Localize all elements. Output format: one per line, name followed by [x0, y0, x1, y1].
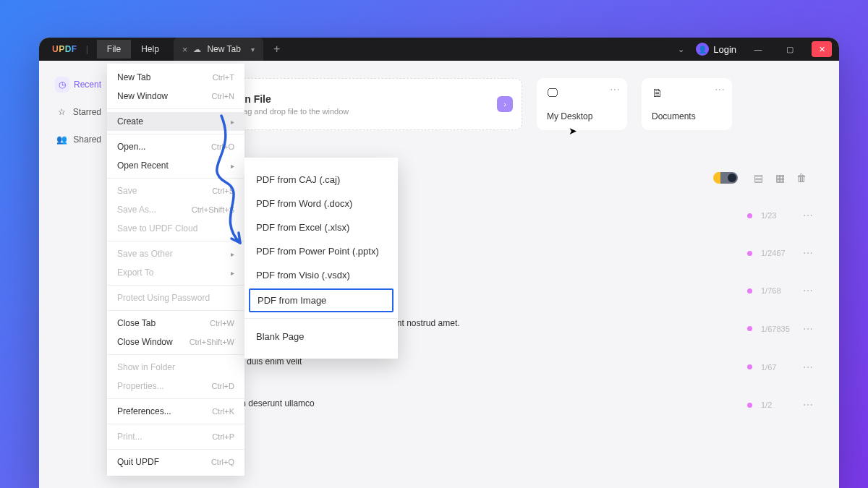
file-title: Amet minim mollit non deserunt ullamco [161, 398, 747, 408]
menu-save-other: Save as Other▸ [107, 244, 244, 263]
more-icon[interactable]: ⋯ [803, 285, 813, 296]
menu-show-folder: Show in Folder [107, 358, 244, 377]
create-blank-page[interactable]: Blank Page [244, 325, 398, 348]
file-date: 10/6/13 [161, 369, 747, 377]
grid-view-icon[interactable]: ▦ [771, 169, 788, 187]
sidebar-item-label: Starred [73, 107, 101, 117]
menu-close-tab[interactable]: Close TabCtrl+W [107, 314, 244, 333]
cloud-icon: ☁ [193, 45, 201, 54]
avatar-icon: 👤 [696, 43, 709, 56]
file-size: 1/67835 [761, 325, 797, 333]
login-button[interactable]: 👤 Login [696, 43, 736, 56]
cursor-icon: ➤ [569, 125, 577, 137]
status-dot-icon [747, 326, 752, 331]
more-icon[interactable]: ⋯ [803, 323, 813, 335]
file-size: 1/768 [761, 286, 797, 295]
menu-new-window[interactable]: New WindowCtrl+N [107, 87, 244, 106]
menu-preferences[interactable]: Preferences...Ctrl+K [107, 402, 244, 421]
status-dot-icon [747, 251, 752, 256]
menu-help[interactable]: Help [131, 40, 169, 59]
titlebar: UPDF | File Help × ☁ New Tab ▾ + ⌄ 👤 Log… [39, 38, 839, 61]
location-label: Documents [652, 111, 722, 121]
menu-protect: Protect Using Password [107, 288, 244, 307]
sidebar-item-recent[interactable]: ◷ Recent [39, 71, 111, 98]
more-icon[interactable]: ⋯ [803, 361, 813, 373]
open-file-card[interactable]: Open File Or drag and drop file to the w… [211, 78, 522, 130]
app-logo: UPDF [52, 44, 77, 54]
status-dot-icon [747, 288, 752, 294]
menu-print: Print...Ctrl+P [107, 427, 244, 446]
file-size: 1/23 [761, 211, 797, 220]
sidebar: ◷ Recent ☆ Starred 👥 Shared [39, 61, 111, 488]
star-icon: ☆ [55, 104, 69, 120]
create-from-ppt[interactable]: PDF from Power Point (.pptx) [244, 239, 398, 263]
theme-toggle[interactable] [713, 172, 738, 184]
more-icon[interactable]: ⋯ [803, 210, 813, 221]
menu-export: Export To▸ [107, 263, 244, 282]
clock-icon: ◷ [55, 77, 69, 93]
chevron-down-icon[interactable]: ▾ [251, 46, 255, 53]
menu-open-recent[interactable]: Open Recent▸ [107, 156, 244, 175]
list-view-icon[interactable]: ▤ [749, 169, 767, 187]
status-dot-icon [747, 403, 752, 408]
login-label: Login [713, 44, 736, 55]
create-from-word[interactable]: PDF from Word (.docx) [244, 192, 398, 215]
location-desktop[interactable]: ⋯ 🖵 My Desktop [537, 78, 627, 130]
more-icon[interactable]: ⋯ [610, 84, 620, 95]
file-size: 1/67 [761, 363, 797, 372]
more-icon[interactable]: ⋯ [803, 399, 813, 411]
create-from-visio[interactable]: PDF from Visio (.vsdx) [244, 263, 398, 287]
trash-icon[interactable]: 🗑 [793, 169, 810, 187]
sidebar-item-label: Shared [73, 134, 101, 145]
file-size: 1/2467 [761, 249, 797, 257]
create-submenu: PDF from CAJ (.caj) PDF from Word (.docx… [244, 158, 398, 359]
minimize-button[interactable]: — [748, 41, 768, 57]
menu-save-cloud: Save to UPDF Cloud [107, 219, 244, 238]
more-icon[interactable]: ⋯ [715, 84, 725, 95]
menu-new-tab[interactable]: New TabCtrl+T [107, 68, 244, 87]
chevron-down-icon[interactable]: ⌄ [678, 45, 684, 54]
create-from-excel[interactable]: PDF from Excel (.xlsx) [244, 215, 398, 239]
file-size: 1/2 [761, 401, 797, 409]
file-dropdown: New TabCtrl+T New WindowCtrl+N Create▸ O… [107, 64, 244, 476]
more-icon[interactable]: ⋯ [803, 247, 813, 259]
location-label: My Desktop [547, 111, 617, 121]
menu-save: SaveCtrl+S [107, 181, 244, 200]
maximize-button[interactable]: ▢ [780, 41, 800, 57]
sidebar-item-starred[interactable]: ☆ Starred [39, 98, 111, 126]
desktop-icon: 🖵 [547, 87, 617, 100]
sidebar-item-label: Recent [74, 80, 101, 90]
tab-label: New Tab [207, 44, 240, 54]
create-from-caj[interactable]: PDF from CAJ (.caj) [244, 168, 398, 192]
document-icon: 🗎 [652, 87, 722, 100]
menu-quit[interactable]: Quit UPDFCtrl+Q [107, 453, 244, 471]
tab-new[interactable]: × ☁ New Tab ▾ [174, 38, 263, 61]
sidebar-item-shared[interactable]: 👥 Shared [39, 126, 111, 153]
status-dot-icon [747, 213, 752, 218]
location-documents[interactable]: ⋯ 🗎 Documents [642, 78, 732, 130]
menu-properties: Properties...Ctrl+D [107, 377, 244, 395]
chevron-right-icon[interactable]: › [497, 96, 513, 112]
status-dot-icon [747, 364, 752, 369]
close-button[interactable]: ✕ [812, 41, 832, 57]
create-from-image[interactable]: PDF from Image [249, 288, 393, 312]
menu-file[interactable]: File [97, 40, 131, 59]
menu-save-as: Save As...Ctrl+Shift+S [107, 200, 244, 219]
menu-create[interactable]: Create▸ [107, 112, 244, 131]
close-icon[interactable]: × [182, 44, 188, 55]
menu-close-window[interactable]: Close WindowCtrl+Shift+W [107, 333, 244, 351]
add-tab-button[interactable]: + [266, 40, 287, 59]
menu-open[interactable]: Open...Ctrl+O [107, 137, 244, 156]
people-icon: 👥 [55, 132, 69, 147]
